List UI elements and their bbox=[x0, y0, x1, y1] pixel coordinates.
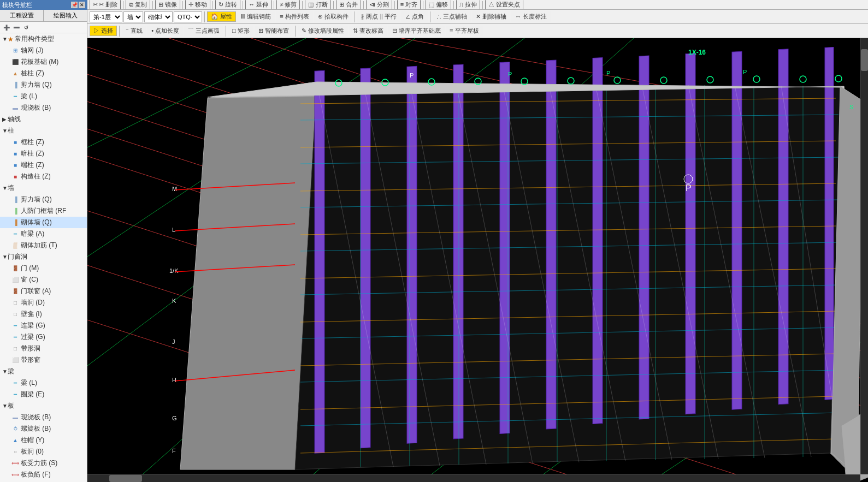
delete-button[interactable]: ✂ ✂ 删除 bbox=[90, 0, 121, 10]
tree-item-door[interactable]: 🚪 门 (M) bbox=[0, 263, 87, 274]
wall-arrow: ▼ bbox=[2, 185, 8, 191]
3d-viewport[interactable]: P P P P S M G M L 1/K K J H G F 1/E E 1X… bbox=[87, 38, 868, 482]
svg-text:K: K bbox=[172, 297, 176, 304]
tree-item-slabhole[interactable]: ○ 板洞 (0) bbox=[0, 446, 87, 457]
tree-item-civildefwall[interactable]: ▐ 人防门框墙 (RF bbox=[0, 205, 87, 217]
edit-rebar-button[interactable]: Ⅲ 编辑钢筋 bbox=[237, 11, 275, 22]
del-aux-button[interactable]: ✕ 删除辅轴 bbox=[472, 11, 510, 22]
arc-button[interactable]: ⌒ 三点画弧 bbox=[184, 26, 223, 36]
tree-item-structcol[interactable]: ■ 构造柱 (Z) bbox=[0, 171, 87, 182]
tree-item-doorwindow[interactable]: 🚪 门联窗 (A) bbox=[0, 285, 87, 297]
wall-align-button[interactable]: ⊟ 墙库平齐基础底 bbox=[388, 26, 445, 36]
flat-roof-button[interactable]: ≡ 平齐屋板 bbox=[446, 26, 482, 36]
project-settings-button[interactable]: 工程设置 bbox=[0, 10, 44, 21]
svg-text:J: J bbox=[172, 338, 175, 345]
offset-button[interactable]: ⬚ 偏移 bbox=[426, 0, 451, 10]
break-button[interactable]: ◫ 打断 bbox=[305, 0, 330, 10]
tree-item-endcol[interactable]: ■ 端柱 (Z) bbox=[0, 159, 87, 171]
slabhole-icon: ○ bbox=[11, 449, 20, 455]
three-point-button[interactable]: ∴ 三点辅轴 bbox=[433, 11, 471, 22]
tree-item-masonry-rebar[interactable]: ▒ 砌体加筋 (T) bbox=[0, 240, 87, 251]
tree-item-raft[interactable]: ⬛ 花板基础 (M) bbox=[0, 56, 87, 68]
refresh-icon[interactable]: ↺ bbox=[22, 23, 31, 32]
tree-item-window[interactable]: ⬜ 窗 (C) bbox=[0, 274, 87, 285]
hscroll-thumb[interactable] bbox=[109, 475, 142, 482]
pick-comp-button[interactable]: ⊕ 拾取构件 bbox=[314, 11, 352, 22]
tree-item-shearwall2[interactable]: ▐ 剪力墙 (Q) bbox=[0, 194, 87, 205]
setgrip-button[interactable]: △ 设置夹点 bbox=[485, 0, 523, 10]
tree-item-colcap[interactable]: ▲ 柱帽 (Y) bbox=[0, 435, 87, 446]
rect-button[interactable]: □ 矩形 bbox=[228, 26, 253, 36]
length-mark-button[interactable]: ↔ 长度标注 bbox=[511, 11, 551, 22]
tree-item-framecol[interactable]: ■ 框柱 (Z) bbox=[0, 136, 87, 148]
tree-axis[interactable]: ▶ 轴线 bbox=[0, 114, 87, 125]
titlebar-controls[interactable]: 📌 ✕ bbox=[71, 2, 85, 8]
sep6 bbox=[274, 1, 274, 9]
tree-opening[interactable]: ▼ 门窗洞 bbox=[0, 251, 87, 263]
roof-property-button[interactable]: 🏠 屋性 bbox=[207, 11, 236, 22]
align-button[interactable]: ≡ 对齐 bbox=[397, 0, 421, 10]
stretch-button[interactable]: ⎍ 拉伸 bbox=[456, 0, 480, 10]
close-button[interactable]: ✕ bbox=[79, 2, 85, 8]
minus-icon[interactable]: ➖ bbox=[12, 23, 21, 32]
tree-item-darkcol[interactable]: ■ 暗柱 (Z) bbox=[0, 148, 87, 159]
tree-item-beam2[interactable]: ━ 梁 (L) bbox=[0, 377, 87, 389]
tree-item-shearwall[interactable]: ▐ 剪力墙 (Q) bbox=[0, 79, 87, 91]
doorwindow-icon: 🚪 bbox=[11, 288, 20, 295]
tree-item-lintel[interactable]: ━ 过梁 (G) bbox=[0, 331, 87, 343]
qtq-select[interactable]: QTQ-1 bbox=[174, 11, 202, 22]
mirror-button[interactable]: ⊞ 镜像 bbox=[155, 0, 180, 10]
tree-item-spiralslab[interactable]: ⥁ 螺旋板 (B) bbox=[0, 423, 87, 435]
rotate-button[interactable]: ↻ 旋转 bbox=[215, 0, 240, 10]
horizontal-scrollbar[interactable] bbox=[87, 474, 860, 482]
tree-common-types[interactable]: ▼ ★ 常用构件类型 bbox=[0, 33, 87, 45]
comp-list-button[interactable]: ≡ 构件列表 bbox=[276, 11, 312, 22]
tree-item-connbeam[interactable]: ━ 连梁 (G) bbox=[0, 320, 87, 331]
colcap-icon: ▲ bbox=[11, 437, 20, 444]
star-icon: ★ bbox=[8, 35, 14, 43]
tree-beam[interactable]: ▼ 梁 bbox=[0, 366, 87, 377]
add-icon[interactable]: ➕ bbox=[2, 23, 11, 32]
tree-item-axis[interactable]: ⊞ 轴网 (J) bbox=[0, 45, 87, 56]
tree-item-castslab[interactable]: ▬ 现浇板 (B) bbox=[0, 102, 87, 114]
tree-item-masonry[interactable]: ▐ 砌体墙 (Q) bbox=[0, 217, 87, 228]
point-len-button[interactable]: • 点加长度 bbox=[147, 26, 183, 36]
split-button[interactable]: ⧏ 分割 bbox=[366, 0, 392, 10]
tree-item-tensionrebar[interactable]: ⟺ 板受力筋 (S) bbox=[0, 457, 87, 469]
tree-item-ringbeam[interactable]: ━ 圈梁 (E) bbox=[0, 389, 87, 400]
tree-slab[interactable]: ▼ 板 bbox=[0, 400, 87, 412]
move-button[interactable]: ✛ 移动 bbox=[185, 0, 210, 10]
material-select[interactable]: 砌体墙 bbox=[144, 11, 173, 22]
wall-type-select[interactable]: 墙 bbox=[123, 11, 143, 22]
merge-button[interactable]: ⊞ 合并 bbox=[336, 0, 361, 10]
tree-item-niche[interactable]: □ 壁龛 (I) bbox=[0, 308, 87, 320]
tree-item-castslab2[interactable]: ▬ 现浇板 (B) bbox=[0, 412, 87, 423]
svg-text:P: P bbox=[508, 71, 512, 78]
pin-button[interactable]: 📌 bbox=[71, 2, 78, 8]
tree-item-beam[interactable]: ━ 梁 (L) bbox=[0, 91, 87, 102]
tree-item-striphole[interactable]: □ 带形洞 bbox=[0, 343, 87, 354]
tree-item-darkbeam[interactable]: ━ 暗梁 (A) bbox=[0, 228, 87, 240]
tree-item-negrebar[interactable]: ⟺ 板负筋 (F) bbox=[0, 469, 87, 480]
tree-item-wallhole[interactable]: □ 墙洞 (D) bbox=[0, 297, 87, 308]
extend-button[interactable]: ↔ 延伸 bbox=[245, 0, 271, 10]
smart-place-button[interactable]: ⊞ 智能布置 bbox=[255, 26, 293, 36]
floor-select[interactable]: 第-1层 bbox=[90, 11, 122, 22]
parallel-button[interactable]: ∦ 两点 ∥ 平行 bbox=[357, 11, 400, 22]
wall-children: ▐ 剪力墙 (Q) ▐ 人防门框墙 (RF ▐ 砌体墙 (Q) ━ 暗梁 (A)… bbox=[0, 194, 87, 251]
tree-wall[interactable]: ▼ 墙 bbox=[0, 182, 87, 194]
tree-item-pile[interactable]: ▲ 桩柱 (Z) bbox=[0, 68, 87, 79]
trim-button[interactable]: ≠ 修剪 bbox=[276, 0, 300, 10]
drawing-input-button[interactable]: 绘图输入 bbox=[44, 10, 87, 21]
vscroll-thumb[interactable] bbox=[861, 49, 868, 71]
copy-button[interactable]: ⧉ 复制 bbox=[126, 0, 150, 10]
angle-button[interactable]: ∠ 点角 bbox=[401, 11, 428, 22]
tree-item-stripwindow[interactable]: ⬜ 带形窗 bbox=[0, 354, 87, 366]
select-button[interactable]: ▷ 选择 bbox=[90, 26, 117, 36]
change-elev-button[interactable]: ⇅ 查改标高 bbox=[349, 26, 387, 36]
modify-seg-button[interactable]: ✎ 修改墙段属性 bbox=[298, 26, 348, 36]
vertical-scrollbar[interactable] bbox=[860, 38, 868, 474]
line-button[interactable]: ⁻ 直线 bbox=[122, 26, 146, 36]
tree-column[interactable]: ▼ 柱 bbox=[0, 125, 87, 136]
toolbar2: 第-1层 墙 砌体墙 QTQ-1 🏠 屋性 Ⅲ 编辑钢筋 ≡ 构件列表 ⊕ 拾取… bbox=[87, 10, 868, 24]
